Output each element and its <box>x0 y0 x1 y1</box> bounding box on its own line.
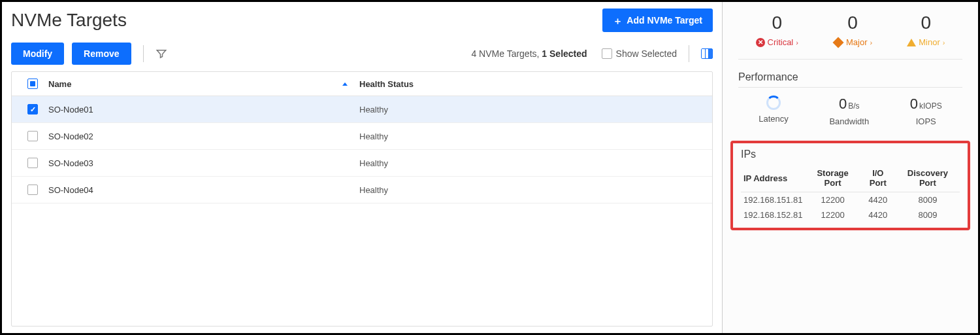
ips-cell-storage: 12200 <box>805 207 860 222</box>
targets-table: Name Health Status SO-Node01 Healthy SO-… <box>11 71 713 326</box>
ips-cell-discovery: 8009 <box>896 207 960 222</box>
alarm-major-count: 0 <box>847 12 858 33</box>
ips-cell-io: 4420 <box>860 192 896 208</box>
major-icon <box>833 37 844 48</box>
ips-title: IPs <box>741 149 960 164</box>
summary-prefix: 4 NVMe Targets, <box>471 48 542 59</box>
performance-section: Performance Latency 0 B/s Bandwidth 0 kI… <box>738 71 962 129</box>
alarm-minor-label: Minor <box>919 37 940 47</box>
perf-bandwidth-label: Bandwidth <box>829 116 869 126</box>
columns-icon[interactable] <box>701 48 713 59</box>
summary-selected: 1 Selected <box>542 48 587 59</box>
column-name-label: Name <box>48 79 71 89</box>
show-selected-toggle[interactable]: Show Selected <box>602 48 677 59</box>
main-panel: NVMe Targets ＋ Add NVMe Target Modify Re… <box>2 2 722 333</box>
perf-latency-label: Latency <box>759 114 789 124</box>
perf-iops-unit: kIOPS <box>919 101 942 111</box>
table-row[interactable]: SO-Node02 Healthy <box>12 123 712 150</box>
toolbar-divider <box>143 45 144 62</box>
title-row: NVMe Targets ＋ Add NVMe Target <box>11 9 713 32</box>
column-header-name[interactable]: Name <box>46 79 359 89</box>
filter-icon[interactable] <box>155 48 167 60</box>
ips-cell-io: 4420 <box>860 207 896 222</box>
table-row[interactable]: SO-Node03 Healthy <box>12 150 712 177</box>
cell-name: SO-Node01 <box>46 105 359 115</box>
alarm-critical-link[interactable]: ✕ Critical › <box>756 37 798 47</box>
ips-row: 192.168.151.81 12200 4420 8009 <box>741 192 960 208</box>
chevron-right-icon: › <box>943 39 945 46</box>
ips-cell-ip: 192.168.152.81 <box>741 207 805 222</box>
alarm-summary: 0 ✕ Critical › 0 Major › 0 Minor › <box>738 9 962 60</box>
row-checkbox[interactable] <box>27 131 38 141</box>
show-selected-checkbox[interactable] <box>602 48 612 59</box>
performance-title: Performance <box>738 71 962 88</box>
table-row[interactable]: SO-Node04 Healthy <box>12 177 712 203</box>
sort-asc-icon <box>342 82 348 86</box>
chevron-right-icon: › <box>870 39 873 46</box>
cell-name: SO-Node04 <box>46 185 359 195</box>
ips-col-storage: Storage Port <box>805 164 860 192</box>
row-checkbox[interactable] <box>27 104 38 115</box>
row-checkbox[interactable] <box>27 185 38 195</box>
alarm-major: 0 Major › <box>833 12 872 47</box>
show-selected-label: Show Selected <box>616 48 677 59</box>
ips-row: 192.168.152.81 12200 4420 8009 <box>741 207 960 222</box>
add-button-label: Add NVMe Target <box>627 15 702 26</box>
ips-col-ip: IP Address <box>741 164 805 192</box>
alarm-minor: 0 Minor › <box>907 12 945 47</box>
cell-name: SO-Node02 <box>46 132 359 141</box>
chevron-right-icon: › <box>796 39 798 46</box>
alarm-critical: 0 ✕ Critical › <box>756 12 798 47</box>
row-checkbox[interactable] <box>27 158 38 168</box>
cell-name: SO-Node03 <box>46 158 359 168</box>
details-panel: 0 ✕ Critical › 0 Major › 0 Minor › P <box>722 2 978 333</box>
ips-table: IP Address Storage Port I/O Port Discove… <box>741 164 960 222</box>
ips-cell-discovery: 8009 <box>896 192 960 208</box>
cell-health: Healthy <box>359 132 704 141</box>
perf-iops: 0 kIOPS IOPS <box>910 96 942 126</box>
cell-health: Healthy <box>359 158 704 168</box>
ips-col-discovery: Discovery Port <box>896 164 960 192</box>
alarm-major-link[interactable]: Major › <box>833 37 872 47</box>
selection-summary: 4 NVMe Targets, 1 Selected <box>471 48 587 59</box>
loading-spinner-icon <box>766 96 781 110</box>
alarm-minor-link[interactable]: Minor › <box>907 37 945 47</box>
toolbar: Modify Remove 4 NVMe Targets, 1 Selected… <box>11 43 713 65</box>
ips-section-highlight: IPs IP Address Storage Port I/O Port Dis… <box>730 141 970 230</box>
toolbar-divider-2 <box>689 45 689 62</box>
table-row[interactable]: SO-Node01 Healthy <box>12 96 712 123</box>
alarm-critical-count: 0 <box>772 12 782 33</box>
remove-button[interactable]: Remove <box>72 43 131 65</box>
select-all-checkbox[interactable] <box>27 79 38 89</box>
perf-bandwidth: 0 B/s Bandwidth <box>829 96 869 126</box>
add-nvme-target-button[interactable]: ＋ Add NVMe Target <box>602 9 713 32</box>
perf-iops-value: 0 <box>910 96 918 113</box>
critical-icon: ✕ <box>756 38 765 47</box>
alarm-major-label: Major <box>846 37 868 47</box>
alarm-minor-count: 0 <box>921 12 932 33</box>
cell-health: Healthy <box>359 105 704 115</box>
minor-icon <box>907 39 916 46</box>
cell-health: Healthy <box>359 185 704 195</box>
alarm-critical-label: Critical <box>768 37 794 47</box>
ips-col-io: I/O Port <box>860 164 896 192</box>
perf-bandwidth-unit: B/s <box>848 101 859 111</box>
column-header-health[interactable]: Health Status <box>359 79 704 89</box>
perf-bandwidth-value: 0 <box>839 96 847 113</box>
modify-button[interactable]: Modify <box>11 43 64 65</box>
ips-cell-storage: 12200 <box>805 192 860 208</box>
plus-icon: ＋ <box>613 16 623 26</box>
page-title: NVMe Targets <box>11 10 127 31</box>
perf-iops-label: IOPS <box>916 116 936 126</box>
perf-latency: Latency <box>759 96 789 126</box>
ips-cell-ip: 192.168.151.81 <box>741 192 805 208</box>
table-header: Name Health Status <box>12 72 712 96</box>
